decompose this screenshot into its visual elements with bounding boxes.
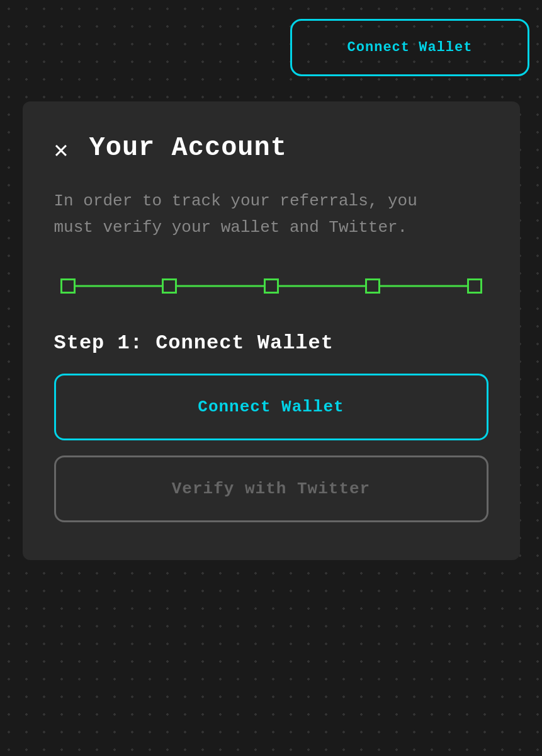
progress-bar (54, 272, 488, 300)
connect-wallet-main-button[interactable]: Connect Wallet (54, 374, 488, 440)
step-title: Step 1: Connect Wallet (54, 331, 488, 355)
progress-node-4 (365, 278, 380, 294)
card-title: ✕ Your Account (54, 133, 488, 163)
main-content: ✕ Your Account In order to track your re… (0, 89, 542, 573)
progress-node-5 (467, 278, 482, 294)
card-description: In order to track your referrals, you mu… (54, 188, 419, 241)
x-icon: ✕ (54, 135, 79, 161)
connect-wallet-header-button[interactable]: Connect Wallet (290, 19, 529, 76)
account-card: ✕ Your Account In order to track your re… (23, 101, 520, 560)
progress-node-2 (162, 278, 177, 294)
progress-nodes (60, 278, 482, 294)
progress-node-1 (60, 278, 76, 294)
progress-node-3 (264, 278, 279, 294)
header: Connect Wallet (0, 0, 542, 89)
verify-twitter-button[interactable]: Verify with Twitter (54, 455, 488, 522)
card-title-text: Your Account (89, 133, 287, 163)
